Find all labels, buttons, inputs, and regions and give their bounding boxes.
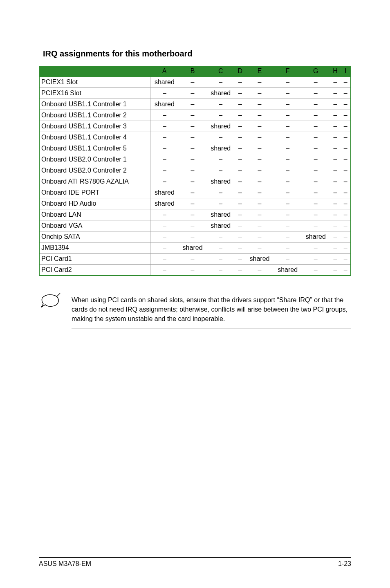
cell: – xyxy=(235,132,246,143)
cell: – xyxy=(246,88,274,99)
cell: – xyxy=(206,110,235,121)
table-row: Onboard USB1.1 Controller 5––shared–––––… xyxy=(39,143,351,154)
cell: – xyxy=(206,265,235,276)
cell: – xyxy=(341,99,351,110)
cell: – xyxy=(206,231,235,242)
irq-assignments-table: ABCDEFGHI PCIEX1 Slotshared––––––––PCIEX… xyxy=(39,66,351,276)
cell: – xyxy=(302,220,330,231)
cell: – xyxy=(206,165,235,176)
cell: – xyxy=(302,154,330,165)
cell: – xyxy=(302,99,330,110)
cell: – xyxy=(302,198,330,209)
cell: – xyxy=(341,110,351,121)
cell: – xyxy=(330,209,341,220)
table-row: Onboard USB1.1 Controller 1shared–––––––… xyxy=(39,99,351,110)
cell: – xyxy=(235,165,246,176)
cell: – xyxy=(302,165,330,176)
cell: – xyxy=(273,165,302,176)
cell: – xyxy=(235,231,246,242)
row-label: Onboard USB1.1 Controller 5 xyxy=(39,143,150,154)
table-row: Onboard USB1.1 Controller 3––shared–––––… xyxy=(39,121,351,132)
cell: – xyxy=(235,242,246,254)
cell: – xyxy=(302,176,330,187)
row-label: PCIEX1 Slot xyxy=(39,77,150,88)
footer-product: ASUS M3A78-EM xyxy=(39,560,91,568)
cell: – xyxy=(246,220,274,231)
cell: – xyxy=(330,231,341,242)
cell: – xyxy=(206,187,235,198)
row-label: Onboard USB1.1 Controller 3 xyxy=(39,121,150,132)
cell: – xyxy=(341,132,351,143)
footer-page-number: 1-23 xyxy=(338,560,351,568)
row-label: Onboard ATI RS780G AZALIA xyxy=(39,176,150,187)
cell: – xyxy=(330,143,341,154)
row-label: Onboard USB2.0 Controller 1 xyxy=(39,154,150,165)
cell: – xyxy=(179,77,207,88)
table-row: Onboard ATI RS780G AZALIA––shared–––––– xyxy=(39,176,351,187)
cell: – xyxy=(302,209,330,220)
cell: – xyxy=(179,154,207,165)
cell: – xyxy=(273,231,302,242)
cell: – xyxy=(246,154,274,165)
cell: – xyxy=(341,121,351,132)
cell: – xyxy=(330,132,341,143)
cell: – xyxy=(246,143,274,154)
table-row: Onboard USB1.1 Controller 4––––––––– xyxy=(39,132,351,143)
cell: – xyxy=(150,154,179,165)
row-label: Onboard USB2.0 Controller 2 xyxy=(39,165,150,176)
note-block: When using PCI cards on shared slots, en… xyxy=(39,291,351,328)
cell: – xyxy=(235,143,246,154)
cell: – xyxy=(206,132,235,143)
cell: – xyxy=(273,154,302,165)
cell: – xyxy=(235,110,246,121)
cell: – xyxy=(235,176,246,187)
cell: – xyxy=(273,198,302,209)
cell: – xyxy=(150,254,179,265)
cell: – xyxy=(330,242,341,254)
cell: – xyxy=(341,242,351,254)
row-label: JMB1394 xyxy=(39,242,150,254)
cell: – xyxy=(341,254,351,265)
col-header: E xyxy=(246,66,274,77)
cell: – xyxy=(150,242,179,254)
cell: – xyxy=(302,110,330,121)
cell: – xyxy=(341,165,351,176)
cell: – xyxy=(341,220,351,231)
table-row: Onboard USB1.1 Controller 2––––––––– xyxy=(39,110,351,121)
cell: – xyxy=(330,154,341,165)
cell: – xyxy=(179,165,207,176)
row-label: Onboard VGA xyxy=(39,220,150,231)
row-label: PCI Card1 xyxy=(39,254,150,265)
cell: – xyxy=(150,265,179,276)
cell: – xyxy=(246,132,274,143)
table-row: PCI Card1––––shared–––– xyxy=(39,254,351,265)
cell: – xyxy=(330,77,341,88)
cell: shared xyxy=(206,220,235,231)
cell: – xyxy=(302,242,330,254)
cell: – xyxy=(150,110,179,121)
table-row: Onchip SATA––––––shared–– xyxy=(39,231,351,242)
cell: – xyxy=(273,99,302,110)
cell: – xyxy=(235,121,246,132)
cell: shared xyxy=(206,176,235,187)
cell: – xyxy=(246,242,274,254)
cell: – xyxy=(246,110,274,121)
cell: – xyxy=(179,121,207,132)
cell: – xyxy=(341,88,351,99)
cell: – xyxy=(246,187,274,198)
cell: – xyxy=(302,121,330,132)
col-header: A xyxy=(150,66,179,77)
cell: – xyxy=(179,265,207,276)
cell: – xyxy=(273,187,302,198)
cell: – xyxy=(302,187,330,198)
cell: – xyxy=(235,254,246,265)
cell: – xyxy=(302,143,330,154)
cell: – xyxy=(330,99,341,110)
cell: – xyxy=(150,121,179,132)
cell: – xyxy=(330,187,341,198)
cell: – xyxy=(150,132,179,143)
cell: – xyxy=(235,88,246,99)
row-label: Onboard HD Audio xyxy=(39,198,150,209)
cell: – xyxy=(179,176,207,187)
cell: – xyxy=(179,110,207,121)
